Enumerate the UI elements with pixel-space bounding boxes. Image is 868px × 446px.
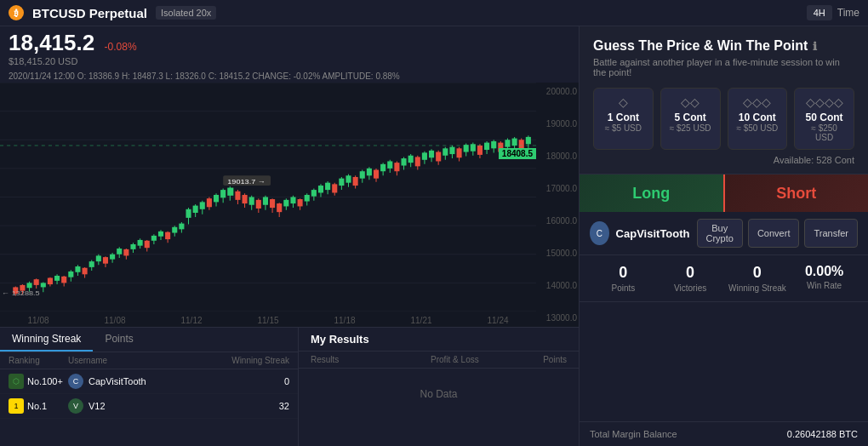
svg-rect-32 xyxy=(89,261,94,267)
tab-points[interactable]: Points xyxy=(93,328,145,352)
btc-icon: ₿ xyxy=(9,5,24,20)
results-table-header: Results Profit & Loss Points xyxy=(299,352,579,369)
svg-rect-104 xyxy=(339,179,344,186)
rank-icon-1: 1 xyxy=(9,398,24,414)
svg-rect-22 xyxy=(54,276,60,281)
svg-rect-56 xyxy=(172,227,177,233)
svg-rect-102 xyxy=(332,184,337,192)
svg-rect-26 xyxy=(68,272,73,277)
svg-rect-18 xyxy=(41,283,46,287)
svg-rect-46 xyxy=(138,240,143,246)
user-avatar: C xyxy=(590,221,609,245)
bet-usd-1: ≈ $25 USD xyxy=(668,123,713,133)
stat-win-rate: 0.00% Win Rate xyxy=(791,264,858,293)
svg-rect-100 xyxy=(325,183,330,190)
y-axis-labels: 20000.0 19000.0 18000.0 17000.0 16000.0 … xyxy=(546,83,577,327)
svg-rect-38 xyxy=(110,254,115,260)
bet-amount-2: 10 Cont xyxy=(735,112,780,123)
price-change: -0.08% xyxy=(105,41,137,53)
svg-rect-126 xyxy=(415,157,420,166)
svg-rect-70 xyxy=(220,190,226,197)
svg-rect-106 xyxy=(345,175,351,182)
current-price: 18,415.2 xyxy=(9,30,94,55)
svg-rect-16 xyxy=(34,279,39,285)
svg-rect-80 xyxy=(256,200,261,209)
bet-options: ◇ 1 Cont ≈ $5 USD ◇◇ 5 Cont ≈ $25 USD ◇◇… xyxy=(593,88,854,150)
bet-amount-1: 5 Cont xyxy=(668,112,713,123)
table-row: 1 No.1 V V12 32 xyxy=(0,394,298,419)
winning-streak-label: Winning Streak xyxy=(724,283,791,293)
svg-rect-144 xyxy=(477,146,483,155)
svg-rect-82 xyxy=(263,197,268,205)
top-bar: ₿ BTCUSD Perpetual Isolated 20x 4H Time xyxy=(0,0,868,26)
svg-rect-142 xyxy=(471,144,476,151)
streak-value-0: 0 xyxy=(221,376,289,386)
svg-rect-136 xyxy=(449,147,454,154)
bet-usd-2: ≈ $50 USD xyxy=(735,123,780,133)
svg-rect-118 xyxy=(387,161,392,168)
win-rate-label: Win Rate xyxy=(791,281,858,290)
svg-rect-84 xyxy=(270,199,275,208)
svg-text:← 13288.5: ← 13288.5 xyxy=(2,289,40,297)
my-results-panel: My Results Results Profit & Loss Points … xyxy=(298,328,579,446)
chart-canvas[interactable]: 19013.7 → ← 13288.5 18408.5 20000.0 1900… xyxy=(0,83,579,327)
svg-rect-132 xyxy=(436,152,441,162)
transfer-button[interactable]: Transfer xyxy=(804,219,858,248)
svg-rect-58 xyxy=(179,224,184,230)
buy-crypto-button[interactable]: Buy Crypto xyxy=(697,219,743,248)
bet-card-5cont[interactable]: ◇◇ 5 Cont ≈ $25 USD xyxy=(660,88,721,150)
svg-rect-36 xyxy=(103,257,108,264)
bet-usd-3: ≈ $250 USD xyxy=(802,123,847,142)
svg-rect-130 xyxy=(429,151,434,157)
stat-victories: 0 Victories xyxy=(657,264,724,293)
svg-rect-134 xyxy=(443,148,448,155)
convert-button[interactable]: Convert xyxy=(748,219,800,248)
bet-card-1cont[interactable]: ◇ 1 Cont ≈ $5 USD xyxy=(593,88,654,150)
svg-rect-148 xyxy=(491,141,496,148)
bet-usd-0: ≈ $5 USD xyxy=(601,123,646,133)
svg-rect-110 xyxy=(360,171,365,178)
win-rate-value: 0.00% xyxy=(791,264,858,279)
svg-rect-54 xyxy=(165,232,170,239)
game-title-text: Guess The Price & Win The Point xyxy=(593,38,808,54)
svg-rect-152 xyxy=(505,140,510,146)
time-selector: 4H Time xyxy=(807,5,859,20)
svg-rect-52 xyxy=(158,232,163,237)
svg-rect-40 xyxy=(117,249,122,254)
svg-rect-66 xyxy=(207,198,212,207)
svg-rect-86 xyxy=(277,203,282,212)
svg-rect-94 xyxy=(305,195,310,202)
bet-diamond-0: ◇ xyxy=(601,95,646,109)
svg-rect-20 xyxy=(48,277,53,284)
rank-badge-100: ⬡ No.100+ xyxy=(9,374,68,389)
victories-label: Victories xyxy=(657,283,724,293)
long-button[interactable]: Long xyxy=(580,174,723,212)
svg-rect-98 xyxy=(318,186,323,192)
my-results-title: My Results xyxy=(299,328,579,352)
bet-diamond-1: ◇◇ xyxy=(668,95,713,109)
svg-rect-128 xyxy=(422,152,427,159)
rank-badge-1: 1 No.1 xyxy=(9,398,68,414)
game-subtitle: Battle against another player in a five-… xyxy=(593,57,854,77)
margin-bar: Total Margin Balance 0.26042188 BTC xyxy=(580,421,868,446)
right-panel: Guess The Price & Win The Point ℹ Battle… xyxy=(579,26,868,446)
short-button[interactable]: Short xyxy=(723,174,869,212)
victories-value: 0 xyxy=(657,264,724,282)
info-icon[interactable]: ℹ xyxy=(813,40,817,53)
svg-rect-92 xyxy=(298,199,303,206)
svg-rect-64 xyxy=(200,202,205,209)
svg-rect-30 xyxy=(83,268,88,275)
user-name-cell-0: C CapVisitTooth xyxy=(68,374,221,389)
tab-winning-streak[interactable]: Winning Streak xyxy=(0,328,93,352)
game-section: Guess The Price & Win The Point ℹ Battle… xyxy=(580,26,868,174)
bet-card-10cont[interactable]: ◇◇◇ 10 Cont ≈ $50 USD xyxy=(728,88,788,150)
bet-diamond-2: ◇◇◇ xyxy=(735,95,780,109)
svg-rect-140 xyxy=(464,145,469,152)
stat-points: 0 Points xyxy=(590,264,657,293)
no-data-label: No Data xyxy=(299,369,579,420)
timeframe-button[interactable]: 4H xyxy=(807,5,832,20)
bottom-section: Winning Streak Points Ranking Username W… xyxy=(0,327,579,446)
svg-rect-42 xyxy=(123,249,128,256)
bet-diamond-3: ◇◇◇◇ xyxy=(802,95,847,109)
bet-card-50cont[interactable]: ◇◇◇◇ 50 Cont ≈ $250 USD xyxy=(794,88,854,150)
